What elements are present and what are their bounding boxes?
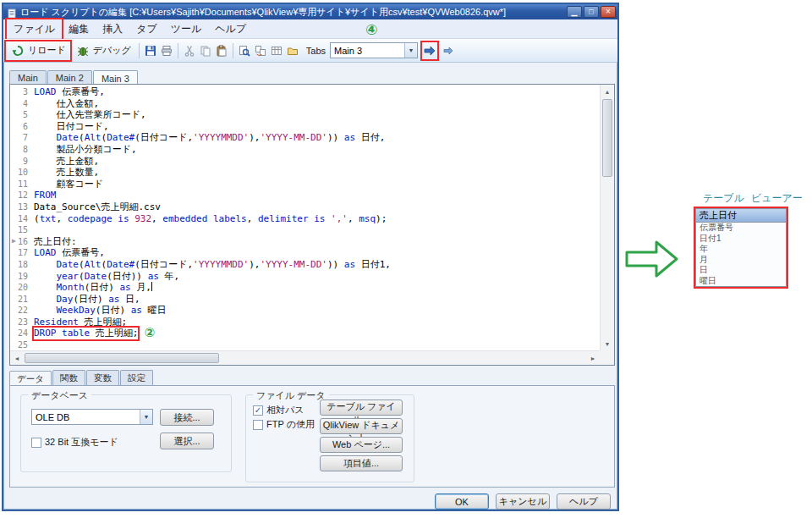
code-line[interactable]: 15 [10, 224, 600, 236]
code-line[interactable]: 16▶売上日付: [10, 236, 600, 248]
checkbox-box [253, 420, 263, 430]
paste-icon[interactable] [214, 42, 229, 59]
code-line[interactable]: 14(txt, codepage is 932, embedded labels… [10, 213, 600, 225]
find-icon[interactable] [237, 42, 252, 59]
ftp-checkbox[interactable]: FTP の使用 [253, 418, 315, 431]
tab-selector-value: Main 3 [331, 46, 404, 56]
table-wizard-icon[interactable] [269, 42, 284, 59]
viewer-field-row[interactable]: 月 [696, 255, 786, 266]
open-file-icon[interactable] [285, 42, 300, 59]
print-icon[interactable] [159, 42, 174, 59]
file-data-button[interactable]: 項目値... [320, 455, 403, 471]
select-button[interactable]: 選択... [160, 433, 214, 449]
close-button[interactable]: × [601, 6, 616, 18]
vertical-scroll-thumb[interactable] [602, 99, 612, 177]
tab-main[interactable]: Main [9, 70, 47, 85]
code-line[interactable]: 20 Month(日付) as 月, [10, 282, 600, 294]
code-line[interactable]: 19 year(Date(日付)) as 年, [10, 271, 600, 283]
menu-item[interactable]: ヘルプ [208, 19, 253, 39]
line-number: 13 [10, 201, 34, 213]
copy-icon[interactable] [198, 42, 213, 59]
tab-関数[interactable]: 関数 [52, 370, 85, 386]
save-icon[interactable] [143, 42, 158, 59]
table-viewer-icon[interactable] [422, 42, 437, 59]
database-combo[interactable]: OLE DB ▼ [31, 409, 153, 425]
debug-button[interactable]: デバッグ [71, 41, 135, 60]
code-line[interactable]: 12FROM [10, 190, 600, 201]
relative-path-label: 相対パス [266, 404, 304, 416]
line-number: 14 [10, 213, 34, 225]
viewer-field-row[interactable]: 曜日 [696, 276, 786, 287]
scroll-down-icon[interactable]: ▼ [601, 337, 614, 350]
reload-button[interactable]: リロード [6, 41, 70, 60]
maximize-button[interactable]: □ [584, 6, 599, 18]
code-line[interactable]: 3LOAD 伝票番号, [10, 86, 600, 98]
code-line[interactable]: 25 [10, 339, 600, 350]
code-line[interactable]: 11 顧客コード [10, 179, 600, 190]
titlebar[interactable]: ロード スクリプトの編集 [C:¥Users¥Sajith¥Documents¥… [3, 4, 617, 19]
menu-item[interactable]: ツール [164, 19, 209, 39]
file-data-button[interactable]: テーブル ファイル... [320, 400, 403, 416]
code-line[interactable]: 22 WeekDay(日付) as 曜日 [10, 305, 600, 317]
32bit-compat-checkbox[interactable]: 32 Bit 互換モード [31, 436, 118, 449]
code-line[interactable]: 23Resident 売上明細; [10, 317, 600, 328]
file-data-button[interactable]: Web ページ... [320, 437, 403, 453]
horizontal-scroll-thumb[interactable] [25, 353, 219, 363]
menu-item[interactable]: 挿入 [96, 19, 129, 39]
toolbar-separator [178, 43, 178, 58]
move-tab-icon[interactable] [441, 42, 456, 59]
viewer-table-header[interactable]: 売上日付 [696, 209, 786, 223]
tab-変数[interactable]: 変数 [86, 370, 119, 386]
toolbar: リロード デバッグ [3, 39, 617, 63]
viewer-field-row[interactable]: 年 [696, 244, 786, 255]
chevron-down-icon[interactable]: ▼ [140, 410, 152, 424]
scrollbar-corner [600, 350, 614, 365]
line-number: 5 [10, 109, 34, 121]
ヘルプ-button[interactable]: ヘルプ [557, 493, 611, 510]
replace-icon[interactable] [253, 42, 268, 59]
line-number: 15 [10, 224, 34, 236]
ok-button[interactable]: OK [435, 493, 489, 510]
code-line[interactable]: 7 Date(Alt(Date#(日付コード,'YYYYMMDD'),'YYYY… [10, 132, 600, 144]
minimize-button[interactable]: ▁ [567, 6, 582, 18]
line-number: 9 [10, 156, 34, 168]
tab-selector-combo[interactable]: Main 3 ▼ [330, 42, 418, 58]
debug-label: デバッグ [93, 44, 131, 57]
relative-path-checkbox[interactable]: ✓ 相対パス [253, 404, 304, 416]
tab-main-2[interactable]: Main 2 [47, 70, 92, 85]
code-line[interactable]: 21 Day(日付) as 日, [10, 294, 600, 306]
scroll-right-icon[interactable]: ► [586, 351, 600, 365]
menu-item[interactable]: 編集 [62, 19, 96, 39]
キャンセル-button[interactable]: キャンセル [496, 493, 550, 510]
editor-horizontal-scrollbar[interactable]: ◄ ► [10, 350, 600, 365]
code-line[interactable]: 5 仕入先営業所コード, [10, 109, 600, 121]
code-line[interactable]: 9 売上金額, [10, 156, 600, 168]
code-line[interactable]: 10 売上数量, [10, 167, 600, 179]
reload-icon [10, 42, 25, 59]
viewer-field-row[interactable]: 日 [696, 265, 786, 276]
cut-icon[interactable] [182, 42, 197, 59]
code-line[interactable]: 24DROP table 売上明細;② [10, 328, 600, 339]
tab-設定[interactable]: 設定 [120, 370, 153, 386]
line-number: 21 [10, 294, 34, 306]
scroll-up-icon[interactable]: ▲ [601, 85, 614, 98]
scroll-left-icon[interactable]: ◄ [10, 351, 24, 365]
code-line[interactable]: 4 仕入金額, [10, 98, 600, 110]
connect-button[interactable]: 接続... [160, 409, 214, 426]
menu-item[interactable]: ファイル [7, 19, 62, 39]
chevron-down-icon[interactable]: ▼ [404, 43, 417, 58]
line-number: 4 [10, 98, 34, 110]
viewer-field-row[interactable]: 日付1 [696, 234, 786, 245]
code-line[interactable]: 6 日付コード, [10, 121, 600, 133]
editor-vertical-scrollbar[interactable]: ▲ ▼ [600, 85, 614, 350]
code-line[interactable]: 8 製品小分類コード, [10, 144, 600, 156]
menu-item[interactable]: タブ [129, 19, 164, 39]
code-line[interactable]: 13Data_Source\売上明細.csv [10, 201, 600, 213]
line-number: 7 [10, 132, 34, 144]
script-editor[interactable]: 3LOAD 伝票番号,4 仕入金額,5 仕入先営業所コード,6 日付コード,7 … [9, 84, 615, 366]
file-data-button[interactable]: QlikView ドキュメント... [320, 418, 403, 434]
code-line[interactable]: 18 Date(Alt(Date#(日付コード,'YYYYMMDD'),'YYY… [10, 259, 600, 271]
ftp-label: FTP の使用 [266, 418, 315, 431]
viewer-field-row[interactable]: 伝票番号 [696, 223, 786, 234]
code-line[interactable]: 17LOAD 伝票番号, [10, 247, 600, 259]
